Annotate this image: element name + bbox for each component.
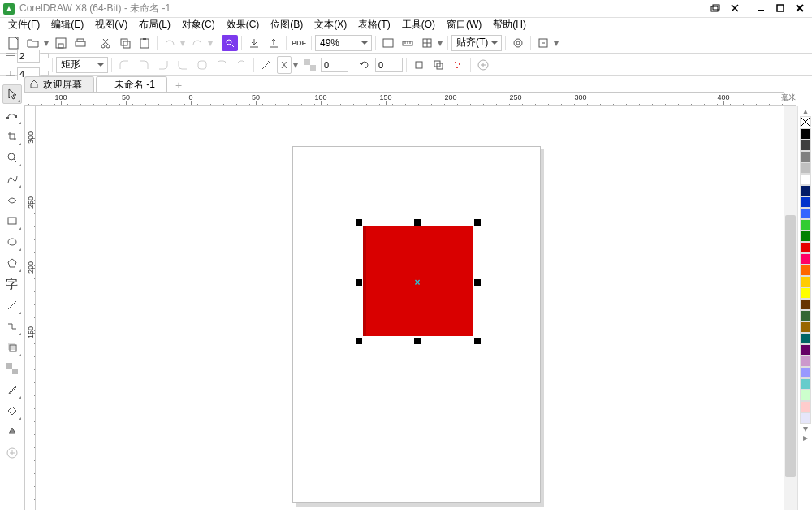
zoom-tool[interactable] [2,148,22,167]
x-toggle-dropdown[interactable]: ▾ [293,56,300,74]
ellipse-tool[interactable] [2,232,22,252]
scrollbar-thumb[interactable] [785,215,796,477]
color-swatch[interactable] [800,162,811,174]
print-button[interactable] [71,34,89,52]
menu-layout[interactable]: 布局(L) [139,18,171,32]
maximize-button[interactable] [771,2,789,15]
corner-scallop-button[interactable] [213,56,231,74]
color-swatch[interactable] [800,219,811,231]
selection-handle[interactable] [414,338,421,344]
nudge-a-field[interactable]: 0 [321,58,348,72]
import-button[interactable] [245,34,263,52]
color-swatch[interactable] [800,344,811,356]
drawing-canvas[interactable]: × [36,106,784,510]
spray-button[interactable] [449,56,467,74]
launch-button[interactable] [534,34,552,52]
selection-handle[interactable] [356,338,362,344]
color-swatch[interactable] [800,231,811,242]
cut-button[interactable] [97,34,114,52]
artistic-media-tool[interactable] [2,190,22,209]
selection-handle[interactable] [356,219,362,226]
color-swatch[interactable] [800,378,811,390]
connector-tool[interactable] [2,317,22,336]
corner-all-button[interactable] [193,56,211,74]
horizontal-ruler[interactable]: 10050050100150200250300400 [24,93,796,106]
selection-handle[interactable] [356,279,362,286]
color-swatch[interactable] [800,321,811,333]
menu-bitmap[interactable]: 位图(B) [270,18,303,32]
no-color-swatch[interactable] [800,116,811,127]
color-swatch[interactable] [800,310,811,321]
crop-tool[interactable] [2,127,22,146]
redo-dropdown[interactable]: ▾ [208,34,214,52]
selection-handle[interactable] [474,338,481,344]
x-toggle-button[interactable]: X [277,56,292,74]
eyedropper-tool[interactable] [2,380,22,399]
color-swatch[interactable] [800,390,811,401]
tab-document-1[interactable]: 未命名 -1 [96,76,167,92]
menu-help[interactable]: 帮助(H) [493,18,526,32]
options-button[interactable] [509,34,527,52]
rows-spinner[interactable] [41,53,49,58]
order-button[interactable] [430,56,447,74]
color-swatch[interactable] [800,128,811,140]
snap-combo[interactable]: 贴齐(T) [451,35,502,51]
interactive-fill-tool[interactable] [2,401,22,420]
search-content-button[interactable] [222,35,238,51]
drop-shadow-tool[interactable] [2,338,22,357]
corner-tl-button[interactable] [115,56,133,74]
save-button[interactable] [52,34,70,52]
menu-object[interactable]: 对象(C) [182,18,215,32]
color-swatch[interactable] [800,276,811,287]
vertical-ruler[interactable]: 300250200150 [24,106,36,510]
selection-center-marker[interactable]: × [414,279,421,286]
rulers-button[interactable] [399,34,417,52]
color-swatch[interactable] [800,242,811,253]
palette-flyout-button[interactable]: ▸ [800,433,811,442]
grid-dropdown[interactable]: ▾ [438,34,444,52]
corner-chamfer-button[interactable] [232,56,250,74]
doc-restore-icon[interactable] [706,2,724,15]
color-swatch[interactable] [800,333,811,344]
menu-view[interactable]: 视图(V) [95,18,127,32]
doc-close-icon[interactable] [726,2,744,15]
grid-button[interactable] [418,34,436,52]
corner-tr-button[interactable] [135,56,153,74]
color-swatch[interactable] [800,401,811,412]
export-button[interactable] [265,34,283,52]
tab-welcome[interactable]: 欢迎屏幕 [24,76,94,92]
color-swatch[interactable] [800,140,811,151]
rectangle-tool[interactable] [2,211,22,231]
menu-text[interactable]: 文本(X) [314,18,347,32]
undo-dropdown[interactable]: ▾ [180,34,187,52]
cols-spinner[interactable] [41,71,49,76]
polygon-tool[interactable] [2,253,22,273]
smart-fill-tool[interactable] [2,422,22,442]
freehand-tool[interactable] [2,169,22,188]
color-swatch[interactable] [800,151,811,162]
selection-handle[interactable] [414,219,421,226]
vertical-scrollbar[interactable] [784,106,797,510]
palette-up-button[interactable]: ▴ [800,107,811,115]
rows-field[interactable]: 2 [17,50,40,63]
shape-tool[interactable] [2,106,22,125]
color-swatch[interactable] [800,185,811,196]
quick-customize-button[interactable] [2,443,22,463]
color-swatch[interactable] [800,253,811,265]
color-swatch[interactable] [800,412,811,424]
color-swatch[interactable] [800,299,811,310]
close-button[interactable] [791,2,809,15]
color-swatch[interactable] [800,367,811,378]
selection-handle[interactable] [474,219,481,226]
weld-button[interactable] [410,56,428,74]
copy-button[interactable] [116,34,134,52]
color-swatch[interactable] [800,174,811,185]
paste-button[interactable] [136,34,153,52]
shape-combo[interactable]: 矩形 [56,57,108,73]
corner-br-button[interactable] [154,56,172,74]
zoom-combo[interactable]: 49% [315,35,372,51]
pdf-button[interactable]: PDF [290,34,308,52]
color-swatch[interactable] [800,287,811,299]
color-swatch[interactable] [800,356,811,367]
menu-edit[interactable]: 编辑(E) [51,18,84,32]
